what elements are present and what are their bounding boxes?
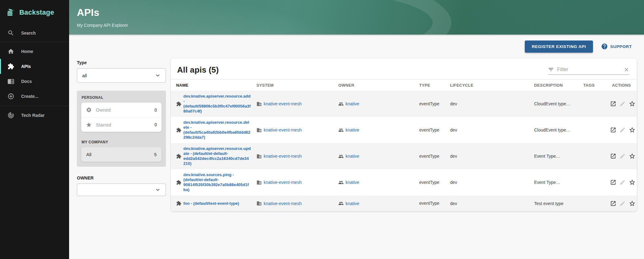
radar-icon (7, 112, 14, 119)
lifecycle-cell: dev (450, 201, 534, 206)
description-cell: Test event type (534, 201, 583, 206)
open-in-new-icon[interactable] (610, 153, 616, 159)
table-body: dev.knative.apiserver.resource.add - (de… (171, 91, 637, 211)
column-header-name[interactable]: NAME (176, 83, 256, 88)
owner-filter-select[interactable] (77, 184, 166, 196)
home-icon (7, 48, 14, 55)
api-extension-icon (176, 127, 181, 133)
api-name-link[interactable]: dev.knative.apiserver.resource.delete - … (183, 120, 251, 140)
column-header-system[interactable]: SYSTEM (256, 83, 338, 88)
star-icon (86, 122, 92, 128)
toolbar: REGISTER EXISTING API SUPPORT (69, 35, 644, 58)
api-name-link[interactable]: foo - (default/test-event-type) (183, 201, 239, 206)
system-link[interactable]: knative-event-mesh (264, 101, 302, 106)
owner-link[interactable]: knative (346, 101, 359, 106)
search-icon (7, 30, 14, 36)
sidebar-item-home[interactable]: Home (0, 44, 69, 59)
type-cell: eventType (419, 180, 450, 185)
logo-text: Backstage (19, 8, 54, 17)
personal-section-label: PERSONAL (82, 95, 162, 100)
table-filter-input[interactable] (557, 67, 623, 72)
column-header-lifecycle[interactable]: LIFECYCLE (450, 83, 534, 88)
star-border-icon[interactable] (629, 179, 636, 186)
edit-pencil-icon[interactable] (619, 179, 626, 185)
table-header-bar: All apis (5) (171, 58, 637, 79)
filter-all-label: All (86, 152, 154, 157)
table-column-headers: NAME SYSTEM OWNER TYPE LIFECYCLE DESCRIP… (171, 79, 637, 91)
add-circle-icon (7, 93, 14, 100)
type-filter-label: Type (77, 60, 166, 65)
description-cell: Event Type… (534, 154, 583, 159)
sidebar-item-create[interactable]: Create... (0, 89, 69, 104)
owner-link[interactable]: knative (346, 154, 359, 159)
filter-column: Type all PERSONAL Owned 0 Starred 0 MY C… (77, 60, 166, 196)
owner-group-icon (338, 101, 344, 107)
table-row: dev.knative.apiserver.resource.update - … (171, 143, 637, 169)
column-header-tags[interactable]: TAGS (583, 83, 610, 88)
filter-item-all[interactable]: All 5 (81, 147, 162, 162)
sidebar-search-label: Search (21, 31, 36, 36)
edit-pencil-icon[interactable] (619, 101, 626, 107)
star-border-icon[interactable] (629, 127, 636, 133)
star-border-icon[interactable] (629, 100, 636, 107)
owner-group-icon (338, 127, 344, 133)
column-header-owner[interactable]: OWNER (338, 83, 419, 88)
system-business-icon (256, 101, 262, 107)
type-cell: eventType (419, 201, 450, 206)
owner-link[interactable]: knative (346, 180, 359, 185)
chevron-down-icon (154, 72, 161, 79)
support-button[interactable]: SUPPORT (601, 43, 632, 50)
column-header-type[interactable]: TYPE (419, 83, 450, 88)
clear-filter-icon[interactable] (623, 67, 629, 73)
edit-pencil-icon[interactable] (619, 153, 626, 159)
open-in-new-icon[interactable] (610, 101, 616, 107)
filter-all-count: 5 (154, 152, 157, 157)
system-link[interactable]: knative-event-mesh (264, 180, 302, 185)
column-header-actions: ACTIONS (610, 83, 637, 88)
edit-pencil-icon[interactable] (619, 127, 626, 133)
table-row: dev.knative.apiserver.resource.delete - … (171, 117, 637, 143)
table-row: dev.knative.sources.ping - (default/et-d… (171, 169, 637, 195)
open-in-new-icon[interactable] (610, 179, 616, 185)
backstage-logo[interactable]: Backstage (0, 0, 69, 26)
filter-item-owned[interactable]: Owned 0 (81, 103, 162, 117)
api-table-card: All apis (5) NAME SYSTEM OWNER TYPE LIFE… (171, 58, 637, 211)
star-border-icon[interactable] (629, 200, 636, 207)
api-name-link[interactable]: dev.knative.apiserver.resource.update - … (183, 146, 251, 166)
type-filter-select[interactable]: all (77, 68, 166, 83)
sidebar-divider (0, 106, 69, 106)
filter-item-starred[interactable]: Starred 0 (81, 117, 162, 132)
description-cell: CloudEvent type… (534, 127, 583, 132)
description-cell: Event Type… (534, 180, 583, 185)
edit-pencil-icon[interactable] (619, 200, 626, 207)
content: Type all PERSONAL Owned 0 Starred 0 MY C… (69, 58, 644, 218)
sidebar-search[interactable]: Search (0, 26, 69, 40)
api-extension-icon (176, 201, 181, 206)
owner-link[interactable]: knative (346, 127, 359, 132)
api-name-link[interactable]: dev.knative.sources.ping - (default/et-d… (183, 172, 251, 192)
open-in-new-icon[interactable] (610, 127, 616, 133)
table-filter-field (548, 66, 629, 75)
type-cell: eventType (419, 127, 450, 133)
page-title: APIs (77, 7, 644, 18)
sidebar-item-docs[interactable]: Docs (0, 74, 69, 89)
docs-icon (7, 78, 14, 85)
open-in-new-icon[interactable] (610, 200, 616, 207)
owner-group-icon (338, 180, 344, 185)
api-name-link[interactable]: dev.knative.apiserver.resource.add - (de… (183, 94, 251, 114)
system-business-icon (256, 201, 262, 206)
page-header: APIs My Company API Explorer (69, 0, 644, 35)
system-link[interactable]: knative-event-mesh (264, 154, 302, 159)
main-area: APIs My Company API Explorer REGISTER EX… (69, 0, 644, 259)
owner-group-icon (338, 154, 344, 159)
system-link[interactable]: knative-event-mesh (264, 201, 302, 206)
star-border-icon[interactable] (629, 153, 636, 160)
register-existing-api-button[interactable]: REGISTER EXISTING API (525, 41, 593, 53)
sidebar-nav: Home APIs Docs Create... Tech Radar (0, 44, 69, 123)
sidebar-item-tech-radar[interactable]: Tech Radar (0, 108, 69, 123)
column-header-description[interactable]: DESCRIPTION (534, 83, 583, 88)
owner-link[interactable]: knative (346, 201, 359, 206)
sidebar-divider (0, 42, 69, 42)
system-link[interactable]: knative-event-mesh (264, 127, 302, 132)
sidebar-item-apis[interactable]: APIs (0, 59, 69, 74)
